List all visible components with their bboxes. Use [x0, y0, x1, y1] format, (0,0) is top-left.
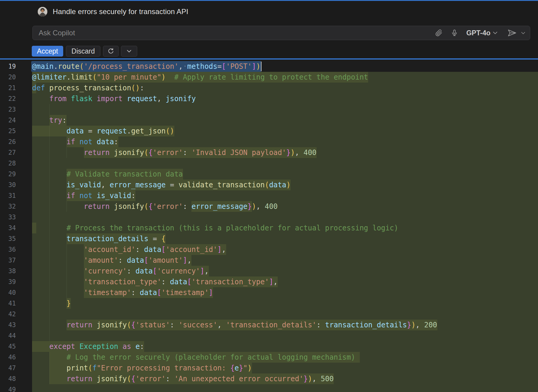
send-icon[interactable]	[505, 26, 519, 40]
code-text: 'currency': data['currency'],	[32, 266, 209, 276]
line-number: 45	[0, 341, 16, 352]
line-number: 47	[0, 363, 16, 373]
line-number: 25	[0, 126, 16, 136]
code-text: return jsonify({'error': 'An unexpected …	[32, 373, 334, 384]
code-line[interactable]: 19@main.route('/process_transaction',·me…	[0, 61, 538, 72]
accept-button[interactable]: Accept	[32, 46, 63, 57]
line-number: 19	[0, 61, 16, 72]
code-line[interactable]: 46 # Log the error securely (placeholder…	[0, 352, 538, 363]
more-actions-button[interactable]	[121, 46, 137, 57]
indent-guide	[49, 309, 50, 320]
code-line[interactable]: 36 'account_id': data['account_id'],	[0, 244, 538, 255]
line-number: 21	[0, 83, 16, 93]
code-line[interactable]: 23	[0, 104, 538, 115]
line-number: 40	[0, 287, 16, 298]
code-text: print(f"Error processing transaction: {e…	[32, 363, 252, 373]
code-line[interactable]: 26 if not data:	[0, 136, 538, 147]
line-number: 20	[0, 72, 16, 83]
line-number: 29	[0, 169, 16, 180]
code-text: # Log the error securely (placeholder fo…	[32, 352, 355, 363]
code-line[interactable]: 42	[0, 309, 538, 320]
model-label: GPT-4o	[466, 29, 491, 37]
code-line[interactable]: 28	[0, 158, 538, 169]
code-line[interactable]: 43 return jsonify({'status': 'success', …	[0, 320, 538, 330]
code-text: def process_transaction():	[32, 83, 144, 93]
code-line[interactable]: 21def process_transaction():	[0, 83, 538, 93]
line-number: 44	[0, 330, 16, 341]
code-line[interactable]: 25 data = request.get_json()	[0, 126, 538, 136]
code-line[interactable]: 33	[0, 212, 538, 223]
line-number: 41	[0, 298, 16, 309]
text-cursor	[261, 62, 262, 71]
code-line[interactable]: 47 print(f"Error processing transaction:…	[0, 363, 538, 373]
code-line[interactable]: 20@limiter.limit("10 per minute") # Appl…	[0, 72, 538, 83]
code-text: try:	[32, 115, 67, 126]
indent-guide	[49, 158, 50, 169]
paperclip-icon[interactable]	[434, 26, 444, 40]
indent-guide	[49, 212, 50, 223]
code-text: data = request.get_json()	[32, 126, 174, 136]
code-line[interactable]: 48 return jsonify({'error': 'An unexpect…	[0, 373, 538, 384]
retry-icon-button[interactable]	[103, 46, 119, 57]
code-text: 'timestamp': data['timestamp']	[32, 287, 213, 298]
code-text: @main.route('/process_transaction',·meth…	[32, 61, 260, 72]
send-options-chevron-icon[interactable]	[518, 26, 528, 40]
copilot-inline-chat-screen: Handle errors securely for transaction A…	[0, 0, 538, 392]
indent-guide	[49, 104, 50, 115]
code-line[interactable]: 31 if not is_valid:	[0, 190, 538, 201]
line-number: 49	[0, 384, 16, 392]
code-line[interactable]: 37 'amount': data['amount'],	[0, 255, 538, 266]
line-number: 26	[0, 136, 16, 147]
code-text: return jsonify({'error': error_message})…	[32, 201, 278, 212]
code-editor[interactable]: 19@main.route('/process_transaction',·me…	[0, 60, 538, 392]
code-line[interactable]: 38 'currency': data['currency'],	[0, 266, 538, 276]
code-line[interactable]: 27 return jsonify({'error': 'Invalid JSO…	[0, 147, 538, 158]
code-line[interactable]: 45 except Exception as e:	[0, 341, 538, 352]
line-number: 46	[0, 352, 16, 363]
avatar-photo	[38, 7, 47, 16]
code-line[interactable]: 30 is_valid, error_message = validate_tr…	[0, 180, 538, 190]
line-number: 22	[0, 93, 16, 104]
code-text: transaction_details = {	[32, 233, 166, 244]
code-text: 'transaction_type': data['transaction_ty…	[32, 276, 278, 287]
code-text: 'account_id': data['account_id'],	[32, 244, 226, 255]
code-text: # Process the transaction (this is a pla…	[32, 223, 398, 233]
code-line[interactable]: 44	[0, 330, 538, 341]
line-number: 48	[0, 373, 16, 384]
line-number: 24	[0, 115, 16, 126]
code-text: @limiter.limit("10 per minute") # Apply …	[32, 72, 368, 83]
code-text: if not data:	[32, 136, 118, 147]
chevron-down-icon	[493, 31, 498, 34]
code-text: is_valid, error_message = validate_trans…	[32, 180, 291, 190]
chat-title: Handle errors securely for transaction A…	[53, 7, 188, 16]
code-line[interactable]: 22 from flask import request, jsonify	[0, 93, 538, 104]
line-number: 36	[0, 244, 16, 255]
code-text: return jsonify({'error': 'Invalid JSON p…	[32, 147, 316, 158]
code-line[interactable]: 41 }	[0, 298, 538, 309]
avatar	[38, 7, 47, 16]
line-number: 38	[0, 266, 16, 276]
model-picker-dropdown[interactable]: GPT-4o	[464, 26, 500, 40]
code-line[interactable]: 32 return jsonify({'error': error_messag…	[0, 201, 538, 212]
code-line[interactable]: 34 # Process the transaction (this is a …	[0, 223, 538, 233]
code-text: }	[32, 298, 71, 309]
code-text: from flask import request, jsonify	[32, 93, 196, 104]
line-number: 23	[0, 104, 16, 115]
code-line[interactable]: 24 try:	[0, 115, 538, 126]
line-number: 37	[0, 255, 16, 266]
line-number: 31	[0, 190, 16, 201]
code-line[interactable]: 35 transaction_details = {	[0, 233, 538, 244]
line-number: 32	[0, 201, 16, 212]
code-line[interactable]: 39 'transaction_type': data['transaction…	[0, 276, 538, 287]
indent-guide	[49, 330, 50, 341]
line-number: 30	[0, 180, 16, 190]
discard-button[interactable]: Discard	[66, 46, 100, 57]
microphone-icon[interactable]	[449, 26, 460, 40]
code-line[interactable]: 29 # Validate transaction data	[0, 169, 538, 180]
refresh-icon	[107, 48, 114, 55]
code-line[interactable]: 40 'timestamp': data['timestamp']	[0, 287, 538, 298]
code-line[interactable]: 49	[0, 384, 538, 392]
inline-chat-panel: Handle errors securely for transaction A…	[0, 1, 538, 58]
code-text: return jsonify({'status': 'success', 'tr…	[32, 320, 437, 330]
chevron-down-icon	[127, 50, 132, 53]
